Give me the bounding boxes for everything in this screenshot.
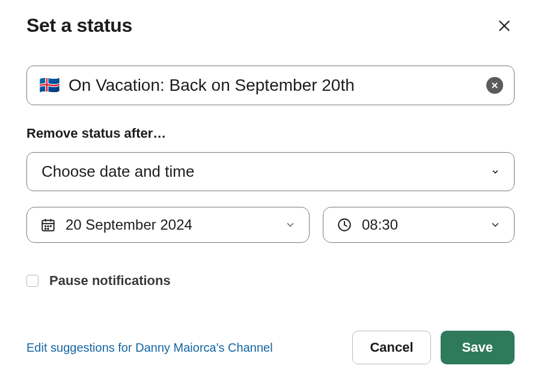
remove-after-select[interactable]: Choose date and time — [26, 152, 515, 191]
time-value: 08:30 — [362, 216, 480, 233]
remove-after-selected: Choose date and time — [41, 162, 194, 181]
status-emoji[interactable]: 🇮🇸 — [39, 77, 60, 94]
dialog-footer: Edit suggestions for Danny Maiorca's Cha… — [26, 331, 515, 364]
svg-point-11 — [45, 228, 46, 230]
status-text-input[interactable] — [69, 76, 480, 95]
time-picker[interactable]: 08:30 — [323, 207, 515, 243]
chevron-down-icon — [285, 219, 296, 230]
dialog-header: Set a status — [26, 14, 515, 37]
clock-icon — [337, 217, 352, 233]
pause-notifications-row: Pause notifications — [26, 273, 515, 289]
svg-point-12 — [47, 228, 49, 230]
chevron-down-icon — [491, 168, 500, 176]
cancel-button[interactable]: Cancel — [352, 331, 430, 364]
svg-point-10 — [50, 225, 52, 227]
pause-notifications-label: Pause notifications — [49, 273, 171, 289]
clear-x-icon — [491, 81, 499, 90]
svg-point-8 — [45, 225, 46, 227]
pause-notifications-checkbox[interactable] — [26, 275, 38, 287]
edit-suggestions-link[interactable]: Edit suggestions for Danny Maiorca's Cha… — [26, 341, 273, 355]
date-value: 20 September 2024 — [66, 216, 275, 233]
svg-point-9 — [47, 225, 49, 227]
chevron-down-icon — [490, 219, 501, 230]
status-input-container: 🇮🇸 — [26, 66, 515, 105]
datetime-row: 20 September 2024 08:30 — [26, 207, 515, 243]
dialog-title: Set a status — [26, 14, 132, 37]
close-icon — [497, 18, 512, 34]
button-group: Cancel Save — [352, 331, 515, 364]
remove-after-label: Remove status after… — [26, 126, 515, 141]
save-button[interactable]: Save — [441, 331, 515, 364]
clear-status-button[interactable] — [486, 77, 503, 94]
close-button[interactable] — [494, 16, 515, 36]
date-picker[interactable]: 20 September 2024 — [26, 207, 310, 243]
calendar-icon — [40, 217, 56, 233]
